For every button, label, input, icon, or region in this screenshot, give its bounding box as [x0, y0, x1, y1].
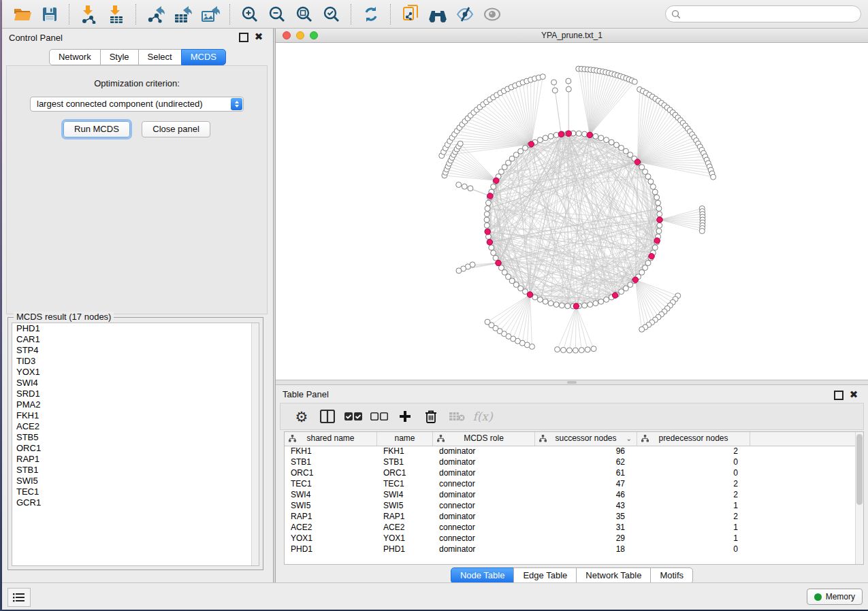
- table-row[interactable]: SWI5SWI5connector431: [285, 501, 863, 512]
- column-header[interactable]: shared name: [285, 432, 377, 446]
- window-zoom-icon[interactable]: [310, 31, 318, 39]
- close-panel-button[interactable]: ✖: [254, 33, 263, 42]
- table-cell: YOX1: [377, 533, 433, 544]
- deselect-all-icon: [370, 412, 388, 421]
- table-cell: 35: [535, 512, 637, 523]
- result-list-item[interactable]: PMA2: [12, 399, 259, 410]
- tab-edge-table[interactable]: Edge Table: [513, 567, 577, 584]
- deselect-all-columns-button[interactable]: [368, 406, 391, 427]
- open-file-button[interactable]: [11, 3, 34, 25]
- result-list-item[interactable]: YOX1: [12, 367, 259, 378]
- result-list-item[interactable]: SRD1: [12, 389, 259, 399]
- close-panel-button-mcds[interactable]: Close panel: [142, 121, 210, 137]
- network-window-titlebar: YPA_prune.txt_1: [276, 29, 868, 43]
- result-list-item[interactable]: PHD1: [12, 323, 259, 334]
- result-list-item[interactable]: RAP1: [12, 454, 259, 465]
- result-list-item[interactable]: ORC1: [12, 443, 259, 454]
- result-list-item[interactable]: STP4: [12, 345, 259, 356]
- table-row[interactable]: YOX1YOX1connector291: [285, 533, 863, 544]
- table-cell: 43: [535, 501, 637, 512]
- sort-indicator-icon[interactable]: ⌄: [626, 432, 632, 445]
- toolbar-separator: [351, 4, 352, 24]
- show-hidden-button[interactable]: [481, 3, 504, 25]
- window-minimize-icon[interactable]: [296, 31, 304, 39]
- memory-button[interactable]: Memory: [807, 589, 863, 605]
- run-mcds-button[interactable]: Run MCDS: [63, 121, 130, 137]
- node-table[interactable]: shared namenameMCDS rolesuccessor nodes⌄…: [284, 431, 864, 565]
- table-panel-header: Table Panel ✖: [276, 385, 868, 403]
- result-list-item[interactable]: TEC1: [12, 486, 259, 497]
- column-layout-button[interactable]: [316, 406, 339, 427]
- main-toolbar: [2, 0, 868, 29]
- table-cell: SWI5: [285, 501, 377, 512]
- task-history-button[interactable]: [7, 588, 31, 607]
- table-row[interactable]: RAP1RAP1dominator352: [285, 512, 863, 523]
- tab-style[interactable]: Style: [100, 49, 139, 65]
- tab-network[interactable]: Network: [49, 49, 101, 65]
- close-table-panel-button[interactable]: ✖: [849, 391, 858, 400]
- table-row[interactable]: FKH1FKH1dominator962: [285, 446, 863, 457]
- table-row[interactable]: ACE2ACE2connector311: [285, 523, 863, 533]
- gear-icon: ⚙: [295, 410, 308, 424]
- column-header[interactable]: successor nodes⌄: [535, 432, 637, 446]
- float-table-panel-button[interactable]: [834, 391, 843, 400]
- result-list-item[interactable]: GCR1: [12, 497, 259, 508]
- float-panel-button[interactable]: [239, 33, 248, 42]
- result-list-item[interactable]: ACE2: [12, 421, 259, 432]
- table-scrollbar-thumb[interactable]: [856, 434, 863, 505]
- panel-splitter-horizontal[interactable]: [276, 380, 868, 385]
- table-row[interactable]: SWI4SWI4dominator462: [285, 490, 863, 501]
- import-table-button[interactable]: [105, 3, 128, 25]
- select-all-columns-button[interactable]: [342, 406, 365, 427]
- table-row[interactable]: ORC1ORC1dominator610: [285, 468, 863, 479]
- hide-selected-button[interactable]: [453, 3, 477, 25]
- tab-motifs[interactable]: Motifs: [650, 567, 693, 584]
- result-list-item[interactable]: TID3: [12, 356, 259, 367]
- tab-network-table[interactable]: Network Table: [576, 567, 651, 584]
- table-cell: ACE2: [285, 523, 377, 533]
- result-list-scrollbar[interactable]: [251, 323, 259, 565]
- result-list-item[interactable]: SWI5: [12, 476, 259, 486]
- export-table-button[interactable]: [172, 3, 195, 25]
- result-list-item[interactable]: CAR1: [12, 334, 259, 345]
- delete-column-button[interactable]: [419, 406, 443, 427]
- save-session-button[interactable]: [38, 3, 61, 25]
- result-list-item[interactable]: FKH1: [12, 410, 259, 421]
- export-network-button[interactable]: [144, 3, 167, 25]
- table-settings-button[interactable]: ⚙: [290, 406, 313, 427]
- network-from-selection-button[interactable]: [399, 3, 422, 25]
- table-cell: dominator: [433, 512, 535, 523]
- add-column-button[interactable]: [393, 406, 417, 427]
- criterion-select[interactable]: largest connected component (undirected): [30, 97, 244, 112]
- table-row[interactable]: TEC1TEC1connector472: [285, 479, 863, 490]
- control-panel-header: Control Panel ✖: [2, 29, 273, 46]
- tab-mcds[interactable]: MCDS: [181, 49, 226, 65]
- search-network-button[interactable]: [426, 3, 449, 25]
- result-list-item[interactable]: STB5: [12, 432, 259, 443]
- import-network-button[interactable]: [78, 3, 101, 25]
- network-canvas[interactable]: [276, 43, 868, 380]
- zoom-selected-button[interactable]: [320, 3, 343, 25]
- zoom-out-button[interactable]: [266, 3, 289, 25]
- table-row[interactable]: STB1STB1dominator620: [285, 457, 863, 468]
- result-list-item[interactable]: SWI4: [12, 378, 259, 389]
- table-row[interactable]: PHD1PHD1dominator180: [285, 544, 863, 555]
- tab-node-table[interactable]: Node Table: [451, 567, 515, 584]
- zoom-in-button[interactable]: [238, 3, 261, 25]
- tab-select[interactable]: Select: [138, 49, 182, 65]
- delete-table-button[interactable]: [445, 406, 468, 427]
- function-builder-button[interactable]: f(x): [471, 406, 494, 427]
- export-image-button[interactable]: [199, 3, 222, 25]
- table-scrollbar[interactable]: [855, 432, 863, 564]
- zoom-fit-button[interactable]: [293, 3, 316, 25]
- column-header[interactable]: MCDS role: [433, 432, 535, 446]
- window-close-icon[interactable]: [283, 31, 291, 39]
- column-header[interactable]: name: [377, 432, 433, 446]
- list-icon: [13, 593, 25, 602]
- column-header[interactable]: predecessor nodes: [637, 432, 750, 446]
- refresh-button[interactable]: [359, 3, 383, 25]
- mcds-result-list[interactable]: PHD1CAR1STP4TID3YOX1SWI4SRD1PMA2FKH1ACE2…: [12, 323, 259, 566]
- table-cell: 0: [637, 544, 750, 555]
- result-list-item[interactable]: STB1: [12, 465, 259, 476]
- search-input[interactable]: [685, 9, 855, 20]
